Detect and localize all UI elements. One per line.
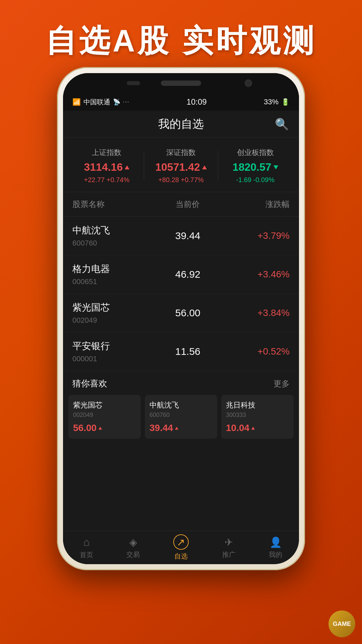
wifi-icon: 📡	[113, 98, 120, 106]
index-value-chinext: 1820.57	[218, 161, 292, 173]
nav-label-trade: 交易	[126, 550, 140, 559]
table-header: 股票名称 当前价 涨跌幅	[63, 192, 299, 217]
index-name-shanghai: 上证指数	[70, 148, 144, 158]
more-icon: ···	[123, 99, 129, 105]
guess-card-price-2: 10.04	[226, 423, 289, 433]
stock-change-3: +0.52%	[222, 346, 290, 357]
index-change-shanghai: +22.77 +0.74%	[70, 176, 144, 184]
stock-row-2[interactable]: 紫光国芯 002049 56.00 +3.84%	[63, 294, 299, 332]
stock-name-3: 平安银行	[72, 340, 154, 353]
guess-header: 猜你喜欢 更多	[63, 371, 299, 395]
phone-speaker	[161, 80, 201, 86]
status-time: 10:09	[187, 97, 207, 107]
header-price: 当前价	[154, 199, 222, 210]
mini-arrow-up-1	[175, 427, 178, 430]
status-left: 📶 中国联通 📡 ···	[72, 98, 129, 107]
stock-code-3: 000001	[72, 355, 154, 363]
nav-label-home: 首页	[80, 550, 93, 559]
mini-arrow-up-0	[99, 427, 102, 430]
stock-change-1: +3.46%	[222, 269, 290, 280]
guess-card-name-2: 兆日科技	[226, 400, 289, 410]
nav-header: 我的自选 🔍	[63, 111, 299, 138]
stock-info-2: 紫光国芯 002049	[72, 301, 154, 325]
guess-card-0[interactable]: 紫光国芯 002049 56.00	[68, 395, 141, 439]
arrow-up-shanghai	[125, 165, 129, 169]
watchlist-icon: ↗	[173, 534, 189, 550]
header-name: 股票名称	[72, 199, 154, 210]
stock-code-0: 600760	[72, 239, 154, 248]
mini-arrow-up-2	[251, 427, 255, 430]
stock-info-0: 中航沈飞 600760	[72, 224, 154, 248]
phone-camera	[245, 79, 252, 87]
nav-item-watchlist[interactable]: ↗ 自选	[173, 534, 189, 561]
stock-price-3: 11.56	[154, 346, 222, 357]
phone-sensor	[127, 81, 140, 85]
stock-name-1: 格力电器	[72, 263, 154, 275]
profile-icon: 👤	[269, 536, 282, 548]
stock-name-2: 紫光国芯	[72, 301, 154, 314]
stock-name-0: 中航沈飞	[72, 224, 154, 237]
nav-item-trade[interactable]: ◈ 交易	[126, 536, 140, 559]
trade-icon: ◈	[129, 536, 137, 548]
guess-title: 猜你喜欢	[72, 378, 107, 389]
stock-price-1: 46.92	[154, 269, 222, 280]
stock-change-0: +3.79%	[222, 230, 290, 241]
stock-info-3: 平安银行 000001	[72, 340, 154, 363]
nav-title: 我的自选	[158, 116, 204, 132]
stock-price-2: 56.00	[154, 307, 222, 319]
arrow-down-chinext	[274, 165, 278, 169]
stock-row-3[interactable]: 平安银行 000001 11.56 +0.52%	[63, 332, 299, 371]
nav-item-promote[interactable]: ✈ 推广	[222, 536, 236, 559]
index-value-shanghai: 3114.16	[70, 161, 144, 173]
battery-pct: 33%	[264, 98, 279, 106]
guess-card-2[interactable]: 兆日科技 300333 10.04	[221, 395, 294, 439]
guess-more-button[interactable]: 更多	[274, 378, 290, 389]
nav-item-profile[interactable]: 👤 我的	[269, 536, 282, 559]
guess-card-name-1: 中航沈飞	[149, 400, 213, 410]
stock-code-1: 000651	[72, 277, 154, 286]
index-change-chinext: -1.69 -0.09%	[218, 176, 292, 184]
game-badge: GAME	[328, 610, 355, 637]
stock-code-2: 002049	[72, 316, 154, 325]
index-change-shenzhen: +80.28 +0.77%	[144, 176, 218, 184]
guess-card-price-1: 39.44	[149, 423, 213, 433]
app-headline: 自选A股 实时观测	[0, 20, 362, 62]
index-item-shanghai[interactable]: 上证指数 3114.16 +22.77 +0.74%	[70, 148, 144, 184]
status-right: 33% 🔋	[264, 98, 290, 106]
home-icon: ⌂	[83, 536, 89, 548]
phone-frame: 📶 中国联通 📡 ··· 10:09 33% 🔋 我的自选 🔍 上证指数	[57, 67, 305, 570]
stock-info-1: 格力电器 000651	[72, 263, 154, 286]
index-section: 上证指数 3114.16 +22.77 +0.74% 深证指数 10571.42	[63, 138, 299, 192]
promote-icon: ✈	[225, 536, 233, 548]
bottom-nav: ⌂ 首页 ◈ 交易 ↗ 自选 ✈ 推广 👤 我的	[63, 531, 299, 564]
index-name-shenzhen: 深证指数	[144, 148, 218, 158]
arrow-up-shenzhen	[202, 165, 207, 169]
guess-card-code-1: 600760	[149, 412, 213, 419]
carrier-name: 中国联通	[83, 98, 110, 107]
index-item-shenzhen[interactable]: 深证指数 10571.42 +80.28 +0.77%	[144, 148, 218, 184]
index-name-chinext: 创业板指数	[218, 148, 292, 158]
game-watermark: GAME	[328, 610, 355, 637]
guess-card-name-0: 紫光国芯	[73, 400, 136, 410]
nav-label-promote: 推广	[222, 550, 236, 559]
stock-price-0: 39.44	[154, 230, 222, 241]
guess-grid: 紫光国芯 002049 56.00 中航沈飞 600760 39.44	[63, 395, 299, 444]
signal-icon: 📶	[72, 98, 81, 106]
index-value-shenzhen: 10571.42	[144, 161, 218, 173]
stock-row-0[interactable]: 中航沈飞 600760 39.44 +3.79%	[63, 217, 299, 255]
nav-label-profile: 我的	[269, 550, 282, 559]
guess-card-code-2: 300333	[226, 412, 289, 419]
index-item-chinext[interactable]: 创业板指数 1820.57 -1.69 -0.09%	[218, 148, 292, 184]
guess-card-price-0: 56.00	[73, 423, 136, 433]
search-icon[interactable]: 🔍	[275, 117, 289, 131]
battery-icon: 🔋	[281, 98, 290, 106]
phone-top-bar	[63, 73, 299, 93]
phone-screen: 📶 中国联通 📡 ··· 10:09 33% 🔋 我的自选 🔍 上证指数	[63, 73, 299, 564]
header-change: 涨跌幅	[222, 199, 290, 210]
status-bar: 📶 中国联通 📡 ··· 10:09 33% 🔋	[63, 93, 299, 111]
app-content: 上证指数 3114.16 +22.77 +0.74% 深证指数 10571.42	[63, 138, 299, 531]
stock-row-1[interactable]: 格力电器 000651 46.92 +3.46%	[63, 255, 299, 294]
nav-item-home[interactable]: ⌂ 首页	[80, 536, 93, 559]
stock-change-2: +3.84%	[222, 308, 290, 318]
guess-card-1[interactable]: 中航沈飞 600760 39.44	[145, 395, 217, 439]
